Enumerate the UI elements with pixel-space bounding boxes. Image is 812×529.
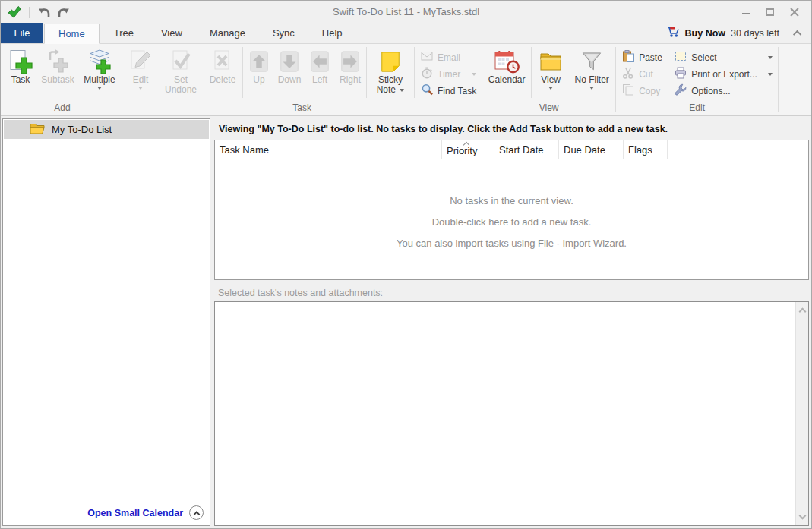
collapse-panel-button[interactable] [189, 505, 204, 520]
edit-small-buttons: Select Print or Export... [669, 45, 777, 102]
ribbon-separator [668, 47, 668, 98]
sidebar-bottom-bar: Open Small Calendar [3, 500, 210, 525]
options-label: Options... [691, 86, 730, 96]
find-task-button[interactable]: Find Task [421, 84, 476, 97]
add-subtask-icon [46, 48, 70, 75]
ribbon-group-view: Calendar View No Filter [483, 45, 615, 115]
timer-icon [421, 67, 433, 81]
paste-label: Paste [639, 52, 662, 63]
column-header-flags[interactable]: Flags [624, 140, 668, 159]
ribbon-separator [615, 47, 616, 112]
paste-button[interactable]: Paste [622, 51, 662, 64]
tab-manage[interactable]: Manage [196, 23, 259, 43]
tree-item-my-todo-list[interactable]: My To-Do List [4, 120, 209, 139]
cut-scissors-icon [622, 67, 634, 81]
options-button[interactable]: Options... [675, 84, 773, 97]
ribbon: Task Subtask Multiple Add [1, 44, 811, 116]
column-header-filler [668, 140, 808, 159]
scroll-up-icon[interactable] [799, 308, 807, 316]
delete-task-label: Delete [210, 74, 236, 85]
delete-task-button[interactable]: Delete [204, 45, 242, 102]
move-right-button[interactable]: Right [335, 45, 365, 102]
dropdown-arrow-icon [589, 87, 594, 90]
days-left-label: 30 days left [731, 28, 779, 39]
dropdown-arrow-icon [768, 73, 773, 76]
todo-list-tree-panel: My To-Do List Open Small Calendar [2, 118, 210, 526]
add-task-label: Task [11, 74, 30, 85]
notes-and-attachments-panel[interactable] [214, 301, 809, 526]
add-multiple-icon [87, 48, 112, 75]
email-task-button[interactable]: Email [421, 51, 476, 64]
ribbon-separator [366, 47, 367, 98]
move-left-button[interactable]: Left [305, 45, 335, 102]
add-subtask-button[interactable]: Subtask [37, 45, 78, 102]
sticky-note-button[interactable]: Sticky Note [368, 45, 413, 102]
select-label: Select [691, 52, 716, 63]
column-header-priority[interactable]: Priority [442, 140, 494, 159]
add-subtask-label: Subtask [41, 74, 74, 85]
buy-now-link[interactable]: Buy Now [685, 28, 725, 39]
empty-state-line: You can also import tasks using File - I… [215, 233, 808, 254]
calendar-icon [493, 48, 520, 75]
open-small-calendar-link[interactable]: Open Small Calendar [87, 508, 183, 518]
tab-sync[interactable]: Sync [259, 23, 308, 43]
toolbar-separator [29, 7, 30, 18]
wrench-icon [675, 83, 687, 98]
tab-view[interactable]: View [147, 23, 196, 43]
edit-task-button[interactable]: Edit [123, 45, 158, 102]
tab-file[interactable]: File [1, 23, 43, 43]
group-label-task: Task [123, 102, 481, 115]
arrow-down-icon [278, 48, 301, 75]
dropdown-arrow-icon [138, 87, 143, 90]
quick-access-toolbar [1, 5, 71, 19]
app-window: Swift To-Do List 11 - MyTasks.stdl File … [0, 0, 812, 529]
column-header-due-date[interactable]: Due Date [559, 140, 624, 159]
column-header-start-date[interactable]: Start Date [494, 140, 559, 159]
edit-task-label: Edit [133, 74, 149, 85]
tab-home[interactable]: Home [44, 24, 100, 44]
collapse-ribbon-icon[interactable] [793, 30, 801, 38]
timer-button[interactable]: Timer [421, 68, 476, 80]
tree-item-label: My To-Do List [52, 124, 112, 135]
task-list-empty-area[interactable]: No tasks in the current view. Double-cli… [215, 159, 808, 279]
view-button[interactable]: View [532, 45, 569, 102]
move-up-button[interactable]: Up [244, 45, 274, 102]
edit-pencil-icon [128, 48, 153, 75]
print-or-export-button[interactable]: Print or Export... [675, 68, 773, 80]
move-down-button[interactable]: Down [274, 45, 305, 102]
cut-button[interactable]: Cut [622, 68, 662, 80]
no-filter-button[interactable]: No Filter [569, 45, 615, 102]
copy-icon [622, 83, 634, 98]
priority-header-label: Priority [447, 145, 477, 156]
undo-icon[interactable] [37, 5, 51, 19]
select-rectangle-icon [675, 50, 687, 65]
copy-button[interactable]: Copy [622, 84, 662, 97]
redo-icon[interactable] [57, 5, 71, 19]
add-multiple-button[interactable]: Multiple [78, 45, 121, 102]
close-button[interactable] [788, 7, 800, 18]
tab-tree[interactable]: Tree [100, 23, 147, 43]
arrow-up-icon [248, 48, 270, 75]
add-task-button[interactable]: Task [4, 45, 37, 102]
dropdown-arrow-icon [97, 87, 102, 90]
ribbon-tab-bar: File Home Tree View Manage Sync Help Buy… [1, 24, 811, 44]
copy-label: Copy [639, 86, 660, 96]
dropdown-arrow-icon [768, 56, 773, 59]
ribbon-separator [414, 47, 415, 98]
set-undone-button[interactable]: Set Undone [158, 45, 204, 102]
maximize-button[interactable] [764, 7, 776, 18]
titlebar: Swift To-Do List 11 - MyTasks.stdl [1, 1, 811, 24]
scroll-down-icon[interactable] [799, 512, 807, 520]
task-table-header: Task Name Priority Start Date Due Date F… [215, 140, 808, 159]
minimize-button[interactable] [740, 7, 751, 18]
calendar-button[interactable]: Calendar [483, 45, 530, 102]
sticky-note-label: Sticky Note [377, 74, 403, 95]
view-label: View [541, 74, 561, 85]
column-header-task-name[interactable]: Task Name [215, 140, 442, 159]
timer-label: Timer [438, 69, 460, 80]
notes-scrollbar[interactable] [795, 302, 808, 525]
tab-help[interactable]: Help [308, 23, 356, 43]
paste-icon [622, 50, 634, 65]
select-button[interactable]: Select [675, 51, 773, 64]
dropdown-arrow-icon [472, 73, 476, 76]
